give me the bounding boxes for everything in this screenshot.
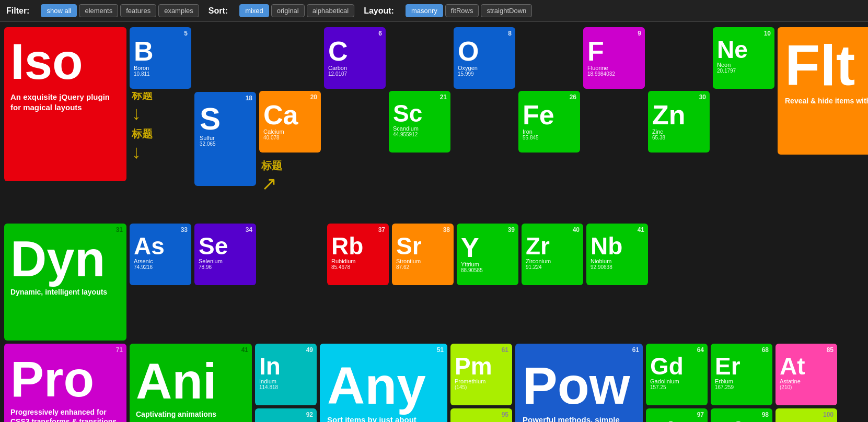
any-tile[interactable]: 51 Any Sort items by just about anything	[320, 344, 447, 422]
pm-name: Promethium	[455, 378, 508, 384]
gadolinium-tile[interactable]: 64 Gd Gadolinium 157.25	[646, 344, 708, 405]
layout-fitrows-button[interactable]: fitRows	[445, 4, 479, 17]
layout-label: Layout:	[364, 6, 394, 16]
er-name: Erbium	[715, 378, 768, 384]
uranium-tile[interactable]: 92 U Uranium 238.02891	[255, 408, 317, 422]
bk-num: 97	[697, 411, 704, 418]
ani-tile[interactable]: 41 Ani Captivating animations	[130, 344, 252, 422]
sulfur-sym: S	[200, 103, 251, 135]
sulfur-tile[interactable]: 18 S Sulfur 32.065	[194, 92, 256, 186]
sort-mixed-button[interactable]: mixed	[239, 4, 269, 17]
rubidium-tile[interactable]: 37 Rb Rubidium 85.4678	[327, 224, 389, 285]
oxygen-tile[interactable]: 8 O Oxygen 15.999	[454, 27, 515, 89]
sulfur-name: Sulfur	[200, 135, 251, 141]
carbon-tile[interactable]: 6 C Carbon 12.0107	[324, 27, 386, 89]
gd-name: Gadolinium	[650, 378, 703, 384]
yttrium-tile[interactable]: 39 Y Yttrium 88.90585	[457, 224, 518, 285]
berkelium-tile[interactable]: 97 Bk Berkelium (247)	[646, 408, 708, 422]
er-mass: 167.259	[715, 384, 768, 390]
selenium-num: 34	[246, 226, 252, 233]
strontium-sym: Sr	[396, 234, 449, 258]
fluorine-sym: F	[587, 38, 641, 65]
flt-tile[interactable]: 11 Flt Reveal & hide items with filterin…	[778, 27, 868, 155]
arsenic-num: 33	[181, 226, 188, 233]
carbon-mass: 12.0107	[328, 71, 381, 77]
filter-elements-button[interactable]: elements	[79, 4, 118, 17]
niobium-sym: Nb	[591, 234, 644, 258]
filter-examples-button[interactable]: examples	[158, 4, 199, 17]
niobium-tile[interactable]: 41 Nb Niobium 92.90638	[586, 224, 648, 285]
label3-text: 标题	[261, 159, 319, 173]
pow-tile[interactable]: 61 Pow Powerful methods, simple syntax	[515, 344, 643, 422]
sulfur-num: 18	[246, 95, 252, 102]
carbon-sym: C	[328, 38, 381, 65]
label3-arrow: ↗	[261, 173, 319, 195]
pro-tile[interactable]: 71 Pro Progressively enhanced for CSS3 t…	[4, 344, 126, 422]
sort-label: Sort:	[209, 6, 228, 16]
dyn-tile[interactable]: 31 Dyn Dynamic, intelligent layouts	[4, 224, 126, 341]
pm-num: 61	[502, 346, 508, 354]
layout-masonry-button[interactable]: masonry	[406, 4, 443, 17]
indium-tile[interactable]: 49 In Indium 114.818	[255, 344, 317, 405]
scandium-tile[interactable]: 21 Sc Scandium 44.955912	[389, 91, 450, 153]
flt-sym: Flt	[785, 37, 868, 94]
calcium-tile[interactable]: 20 Ca Calcium 40.078	[259, 91, 321, 153]
sort-buttons: mixed original alphabetical	[239, 4, 354, 17]
americium-tile[interactable]: 95 Am Americium (243)	[450, 408, 512, 422]
bk-sym: Bk	[650, 419, 703, 422]
layout-straightdown-button[interactable]: straightDown	[481, 4, 532, 17]
arsenic-tile[interactable]: 33 As Arsenic 74.9216	[130, 224, 191, 285]
filter-buttons: show all elements features examples	[41, 4, 199, 17]
boron-mass: 10.811	[134, 71, 187, 77]
zirconium-tile[interactable]: 40 Zr Zirconium 91.224	[522, 224, 583, 285]
sort-original-button[interactable]: original	[271, 4, 305, 17]
label2-arrow: ↓	[132, 141, 189, 163]
label1-tile: 标题 ↓	[130, 92, 191, 121]
zinc-tile[interactable]: 30 Zn Zinc 65.38	[648, 91, 710, 153]
fm-sym: Fm	[780, 419, 833, 422]
promethium-tile[interactable]: 61 Pm Promethium (145)	[450, 344, 512, 405]
fluorine-tile[interactable]: 9 F Fluorine 18.9984032	[583, 27, 645, 89]
californium-tile[interactable]: 98 Cf Californium (251)	[711, 408, 772, 422]
boron-tile[interactable]: 5 B Boron 10.811	[130, 27, 191, 89]
indium-name: Indium	[259, 378, 313, 384]
label3-tile: 标题 ↗	[259, 156, 321, 197]
iso-sym: Iso	[10, 37, 120, 87]
iron-tile[interactable]: 26 Fe Iron 55.845	[518, 91, 580, 153]
gd-sym: Gd	[650, 354, 703, 378]
rubidium-mass: 85.4678	[331, 264, 385, 270]
toolbar: Filter: show all elements features examp…	[0, 0, 868, 22]
astatine-tile[interactable]: 85 At Astatine (210)	[776, 344, 837, 405]
filter-label: Filter:	[6, 6, 29, 16]
fluorine-name: Fluorine	[587, 65, 641, 71]
boron-name: Boron	[134, 65, 187, 71]
er-sym: Er	[715, 354, 768, 378]
at-mass: (210)	[780, 384, 833, 390]
col-in-u: 49 In Indium 114.818 92 U Uranium 238.02…	[255, 344, 317, 422]
selenium-tile[interactable]: 34 Se Selenium 78.96	[194, 224, 256, 285]
carbon-num: 6	[378, 30, 382, 37]
erbium-tile[interactable]: 68 Er Erbium 167.259	[711, 344, 772, 405]
selenium-sym: Se	[199, 234, 252, 258]
at-num: 85	[827, 346, 834, 354]
col-er-cf: 68 Er Erbium 167.259 98 Cf Californium (…	[711, 344, 772, 422]
dyn-num: 31	[116, 226, 123, 233]
strontium-name: Strontium	[396, 258, 449, 264]
oxygen-num: 8	[508, 30, 512, 37]
grid-row-3: 71 Pro Progressively enhanced for CSS3 t…	[4, 344, 864, 422]
fluorine-mass: 18.9984032	[587, 71, 641, 77]
iso-tile[interactable]: Iso An exquisite jQuery plugin for magic…	[4, 27, 126, 181]
neon-tile[interactable]: 10 Ne Neon 20.1797	[713, 27, 774, 89]
scandium-mass: 44.955912	[393, 132, 446, 137]
rubidium-num: 37	[378, 226, 385, 233]
zirconium-mass: 91.224	[526, 264, 579, 270]
calcium-sym: Ca	[263, 101, 317, 128]
scandium-num: 21	[440, 93, 447, 101]
filter-show-all-button[interactable]: show all	[41, 4, 77, 17]
strontium-tile[interactable]: 38 Sr Strontium 87.62	[392, 224, 454, 285]
am-num: 95	[502, 411, 508, 418]
filter-features-button[interactable]: features	[120, 4, 156, 17]
gd-num: 64	[697, 346, 704, 354]
sort-alphabetical-button[interactable]: alphabetical	[307, 4, 354, 17]
fermium-tile[interactable]: 100 Fm Fermium (257)	[776, 408, 837, 422]
